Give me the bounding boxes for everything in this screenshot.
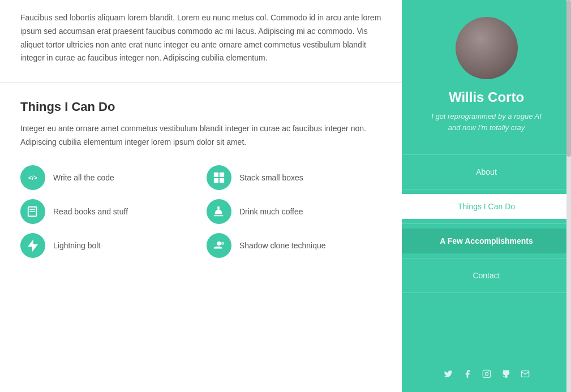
skill-item-coffee: Drink much coffee <box>207 199 381 224</box>
email-icon[interactable] <box>521 369 530 381</box>
avatar-section: Willis Corto I got reprogrammed by a rog… <box>402 0 571 150</box>
nav-divider-top <box>402 154 571 155</box>
nav-divider-1 <box>402 189 571 189</box>
sidebar: Willis Corto I got reprogrammed by a rog… <box>402 0 571 392</box>
svg-rect-3 <box>220 178 224 183</box>
sidebar-item-accomplishments[interactable]: A Few Accomplishments <box>402 229 571 253</box>
svg-rect-2 <box>214 178 218 183</box>
skills-description: Integer eu ante ornare amet commetus ves… <box>20 122 381 149</box>
skill-item-shadow: Shadow clone technique <box>207 233 381 258</box>
svg-marker-4 <box>28 239 38 252</box>
sidebar-item-contact[interactable]: Contact <box>402 263 571 288</box>
code-icon: </> <box>20 165 45 190</box>
skill-label-book: Read books and stuff <box>53 207 128 216</box>
avatar <box>456 17 518 79</box>
sidebar-item-about[interactable]: About <box>402 160 571 184</box>
svg-rect-7 <box>483 370 490 377</box>
svg-point-6 <box>221 242 225 245</box>
nav-divider-2 <box>402 223 571 224</box>
skills-section: Things I Can Do Integer eu ante ornare a… <box>0 83 402 281</box>
skill-label-bolt: Lightning bolt <box>53 241 100 250</box>
skill-label-coffee: Drink much coffee <box>239 207 303 216</box>
twitter-icon[interactable] <box>444 369 453 381</box>
sidebar-scrollbar-thumb <box>566 0 571 157</box>
instagram-icon[interactable] <box>482 369 491 381</box>
skill-item-boxes: Stack small boxes <box>207 165 381 190</box>
svg-point-5 <box>217 241 221 245</box>
skills-title: Things I Can Do <box>20 100 381 114</box>
nav-divider-bottom <box>402 292 571 293</box>
svg-rect-0 <box>214 173 218 177</box>
coffee-icon <box>207 199 231 224</box>
skills-grid: </> Write all the code Stack small boxes <box>20 165 381 258</box>
profile-name: Willis Corto <box>449 89 524 105</box>
bolt-icon <box>20 233 45 258</box>
sidebar-scrollbar[interactable] <box>566 0 571 392</box>
svg-point-8 <box>485 372 488 375</box>
skill-label-boxes: Stack small boxes <box>239 173 303 182</box>
sidebar-item-things[interactable]: Things I Can Do <box>402 194 571 219</box>
svg-rect-1 <box>220 173 224 177</box>
intro-section: Faucibus sed lobortis aliquam lorem blan… <box>0 0 402 83</box>
skill-label-code: Write all the code <box>53 173 114 182</box>
facebook-icon[interactable] <box>463 369 472 381</box>
main-content: Faucibus sed lobortis aliquam lorem blan… <box>0 0 402 392</box>
book-icon <box>20 199 45 224</box>
social-bar <box>402 358 571 392</box>
shadow-icon <box>207 233 231 258</box>
nav-divider-3 <box>402 258 571 259</box>
intro-text: Faucibus sed lobortis aliquam lorem blan… <box>20 11 381 65</box>
svg-point-9 <box>488 372 489 373</box>
skill-label-shadow: Shadow clone technique <box>239 241 326 250</box>
profile-tagline: I got reprogrammed by a rogue AI and now… <box>413 111 560 133</box>
github-icon[interactable] <box>501 369 510 381</box>
skill-item-bolt: Lightning bolt <box>20 233 195 258</box>
skill-item-code: </> Write all the code <box>20 165 195 190</box>
skill-item-book: Read books and stuff <box>20 199 195 224</box>
boxes-icon <box>207 165 231 190</box>
